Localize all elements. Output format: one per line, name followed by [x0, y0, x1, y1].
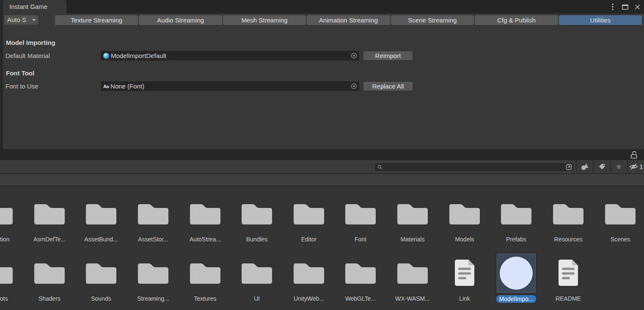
- asset-item-folder[interactable]: Sounds: [78, 259, 124, 302]
- asset-item-folder[interactable]: Resources: [545, 200, 592, 243]
- asset-item-label: UnityWeb...: [286, 295, 332, 302]
- folder-icon: [0, 202, 14, 225]
- dropdown-label: Auto S: [7, 16, 26, 23]
- asset-item-folder[interactable]: Models: [441, 200, 488, 243]
- lock-open-icon[interactable]: [630, 150, 638, 161]
- asset-item-folder[interactable]: Shaders: [26, 259, 73, 302]
- asset-item-folder[interactable]: Materials: [389, 200, 436, 243]
- asset-item-label: README: [545, 295, 592, 302]
- window-titlebar: Instant Game: [3, 0, 644, 14]
- asset-item-label: tion: [0, 236, 21, 243]
- folder-icon: [0, 261, 14, 285]
- folder-icon: [189, 261, 221, 285]
- asset-item-folder[interactable]: AutoStrea...: [182, 200, 228, 243]
- asset-item-folder[interactable]: UnityWeb...: [286, 259, 332, 302]
- asset-item-folder[interactable]: AssetBund...: [78, 200, 124, 243]
- asset-item-folder[interactable]: Editor: [286, 200, 332, 243]
- search-jump-icon[interactable]: [565, 163, 572, 171]
- close-icon[interactable]: [633, 3, 641, 11]
- material-sphere-icon: [103, 53, 109, 59]
- default-material-value: ModelImportDefault: [111, 52, 166, 59]
- asset-item-label: Scenes: [597, 236, 644, 243]
- tab-cfg-publish[interactable]: Cfg & Publish: [475, 15, 558, 25]
- filter-by-label-button[interactable]: [593, 160, 610, 173]
- asset-item-folder[interactable]: Scenes: [597, 200, 644, 243]
- reimport-button[interactable]: Reimport: [363, 51, 413, 61]
- folder-icon: [500, 202, 532, 225]
- tab-texture-streaming[interactable]: Texture Streaming: [55, 15, 138, 25]
- asset-item-folder[interactable]: UI: [234, 259, 280, 302]
- hidden-items-eye-icon: [629, 163, 638, 170]
- default-material-label: Default Material: [6, 52, 50, 59]
- asset-item-label: Textures: [182, 295, 228, 302]
- overflow-dots-icon[interactable]: ⋮: [642, 150, 644, 159]
- asset-item-document[interactable]: Link: [441, 259, 488, 302]
- asset-item-label: WebGLTe...: [337, 295, 384, 302]
- hidden-items-button[interactable]: 1: [627, 160, 644, 173]
- font-to-use-label: Font to Use: [6, 83, 39, 90]
- asset-item-label: Resources: [545, 236, 592, 243]
- folder-icon: [396, 202, 429, 225]
- asset-item-folder[interactable]: Prefabs: [493, 200, 539, 243]
- asset-item-folder[interactable]: AsmDefTe...: [26, 200, 73, 243]
- folder-icon: [33, 202, 66, 225]
- folder-icon: [293, 202, 325, 225]
- filter-by-label-icon: [598, 163, 605, 170]
- search-icon: [377, 165, 383, 170]
- tab-utilities[interactable]: Utilities: [559, 15, 642, 25]
- project-asset-grid: tion AsmDefTe... AssetBund... AssetStor.…: [0, 185, 644, 310]
- asset-item-folder[interactable]: Streaming...: [130, 259, 176, 302]
- search-field[interactable]: [374, 162, 575, 172]
- asset-item-label: Link: [441, 295, 488, 302]
- asset-item-folder[interactable]: Textures: [182, 259, 228, 302]
- asset-item-folder[interactable]: Font: [337, 200, 384, 243]
- asset-item-label: Streaming...: [130, 295, 176, 302]
- replace-all-button[interactable]: Replace All: [363, 81, 413, 91]
- default-material-object-field[interactable]: ModelImportDefault: [101, 51, 359, 61]
- asset-item-label: Editor: [286, 236, 332, 243]
- folder-icon: [241, 202, 273, 225]
- asset-item-label: ots: [0, 295, 21, 302]
- project-toolbar: ★ 1: [0, 160, 644, 174]
- folder-icon: [552, 202, 584, 225]
- asset-item-document[interactable]: README: [545, 259, 592, 302]
- folder-icon: [344, 261, 377, 285]
- section-header-model-importing: Model Importing: [6, 39, 55, 46]
- asset-item-label: Bundles: [234, 236, 280, 243]
- kebab-menu-icon[interactable]: [608, 3, 617, 11]
- folder-icon: [85, 202, 117, 225]
- maximize-icon[interactable]: [621, 3, 629, 11]
- asset-item-label-selected: ModelImpo...: [496, 295, 537, 303]
- favorites-button[interactable]: ★: [610, 160, 627, 173]
- asset-item-label: WX-WASM...: [389, 295, 436, 302]
- filter-by-type-button[interactable]: [576, 160, 593, 173]
- asset-item-folder[interactable]: tion: [0, 200, 21, 243]
- object-picker-icon[interactable]: [351, 83, 357, 91]
- tab-audio-streaming[interactable]: Audio Streaming: [139, 15, 222, 25]
- tab-mesh-streaming[interactable]: Mesh Streaming: [223, 15, 306, 25]
- folder-icon: [189, 202, 221, 225]
- asset-item-label: AssetBund...: [78, 236, 124, 243]
- asset-item-folder[interactable]: Bundles: [234, 200, 280, 243]
- asset-item-label: Materials: [389, 236, 436, 243]
- asset-item-folder[interactable]: ots: [0, 259, 21, 302]
- asset-item-label: AssetStor...: [130, 236, 176, 243]
- folder-icon: [241, 261, 273, 285]
- auto-streaming-dropdown[interactable]: Auto S: [4, 15, 38, 25]
- window-tab-label: Instant Game: [9, 3, 47, 10]
- filter-by-type-icon: [581, 163, 589, 170]
- folder-icon: [293, 261, 325, 285]
- project-header-band: ⋮: [0, 149, 644, 160]
- asset-item-material-selected[interactable]: ModelImpo...: [493, 259, 539, 303]
- asset-item-folder[interactable]: WX-WASM...: [389, 259, 436, 302]
- font-to-use-object-field[interactable]: Aa None (Font): [101, 81, 359, 91]
- tab-animation-streaming[interactable]: Animation Streaming: [307, 15, 390, 25]
- font-to-use-value: None (Font): [110, 83, 144, 90]
- asset-item-folder[interactable]: WebGLTe...: [337, 259, 384, 302]
- tab-scene-streaming[interactable]: Scene Streaming: [391, 15, 474, 25]
- asset-item-folder[interactable]: AssetStor...: [130, 200, 176, 243]
- instant-game-window: Instant Game Auto S Texture Streaming Au…: [3, 0, 644, 149]
- search-input[interactable]: [384, 164, 565, 171]
- object-picker-icon[interactable]: [351, 53, 357, 61]
- window-tab-instant-game[interactable]: Instant Game: [3, 0, 66, 14]
